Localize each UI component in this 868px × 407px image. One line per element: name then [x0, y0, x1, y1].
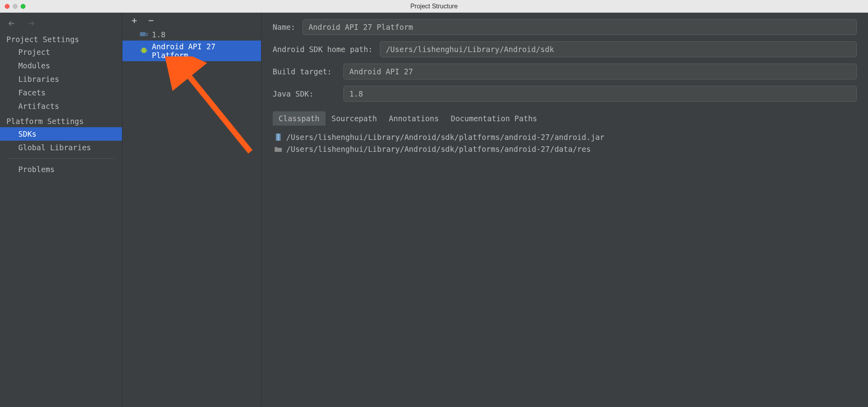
sidebar: Project Settings Project Modules Librari… [0, 13, 122, 407]
name-input[interactable] [302, 19, 857, 35]
nav-arrows [0, 13, 122, 31]
sidebar-item-problems[interactable]: Problems [0, 163, 122, 176]
sdk-list-panel: 1.8 Android API 27 Platform [122, 13, 262, 407]
tab-documentation-paths[interactable]: Documentation Paths [445, 111, 543, 126]
tabs: Classpath Sourcepath Annotations Documen… [273, 111, 857, 126]
sdk-item-label: Android API 27 Platform [152, 42, 256, 60]
section-platform-settings: Platform Settings [0, 113, 122, 127]
classpath-item-path: /Users/lishenghui/Library/Android/sdk/pl… [286, 145, 591, 153]
sdk-item-java[interactable]: 1.8 [122, 29, 261, 41]
sidebar-item-project[interactable]: Project [0, 45, 122, 59]
nav-forward-button[interactable] [27, 19, 36, 28]
section-project-settings: Project Settings [0, 31, 122, 45]
tab-classpath[interactable]: Classpath [273, 111, 326, 126]
maximize-window-button[interactable] [21, 4, 25, 9]
window-controls [5, 4, 25, 9]
tab-sourcepath[interactable]: Sourcepath [326, 111, 383, 126]
divider [7, 158, 115, 159]
svg-rect-6 [277, 134, 279, 141]
sdk-home-input[interactable] [380, 41, 857, 57]
main-area: Project Settings Project Modules Librari… [0, 13, 868, 407]
sidebar-item-artifacts[interactable]: Artifacts [0, 99, 122, 113]
jar-icon [274, 133, 282, 141]
sdk-item-label: 1.8 [152, 30, 165, 39]
sidebar-item-sdks[interactable]: SDKs [0, 127, 122, 141]
svg-rect-2 [146, 49, 147, 52]
sdk-item-android[interactable]: Android API 27 Platform [122, 41, 261, 61]
java-sdk-label: Java SDK: [273, 89, 336, 98]
sdk-toolbar [122, 13, 261, 29]
classpath-item-path: /Users/lishenghui/Library/Android/sdk/pl… [286, 133, 604, 141]
minimize-window-button[interactable] [13, 4, 17, 9]
close-window-button[interactable] [5, 4, 10, 9]
svg-rect-0 [140, 32, 145, 36]
window-title: Project Structure [410, 3, 457, 10]
java-icon [140, 31, 148, 39]
sidebar-item-libraries[interactable]: Libraries [0, 72, 122, 86]
classpath-item[interactable]: /Users/lishenghui/Library/Android/sdk/pl… [273, 144, 857, 154]
android-icon [140, 47, 148, 55]
folder-icon [274, 145, 282, 153]
detail-panel: Name: Android SDK home path: Build targe… [262, 13, 868, 407]
classpath-item[interactable]: /Users/lishenghui/Library/Android/sdk/pl… [273, 132, 857, 142]
build-target-select[interactable] [343, 64, 857, 79]
name-label: Name: [273, 23, 295, 31]
sdk-home-label: Android SDK home path: [273, 45, 373, 54]
build-target-label: Build target: [273, 67, 336, 76]
svg-rect-1 [141, 49, 141, 52]
sidebar-item-facets[interactable]: Facets [0, 86, 122, 99]
add-sdk-button[interactable] [130, 17, 138, 25]
tab-annotations[interactable]: Annotations [383, 111, 445, 126]
sidebar-item-global-libraries[interactable]: Global Libraries [0, 141, 122, 154]
sidebar-item-modules[interactable]: Modules [0, 59, 122, 72]
classpath-list: /Users/lishenghui/Library/Android/sdk/pl… [273, 132, 857, 154]
nav-back-button[interactable] [7, 19, 16, 28]
titlebar: Project Structure [0, 0, 868, 13]
remove-sdk-button[interactable] [147, 17, 155, 25]
java-sdk-select[interactable] [343, 86, 857, 102]
